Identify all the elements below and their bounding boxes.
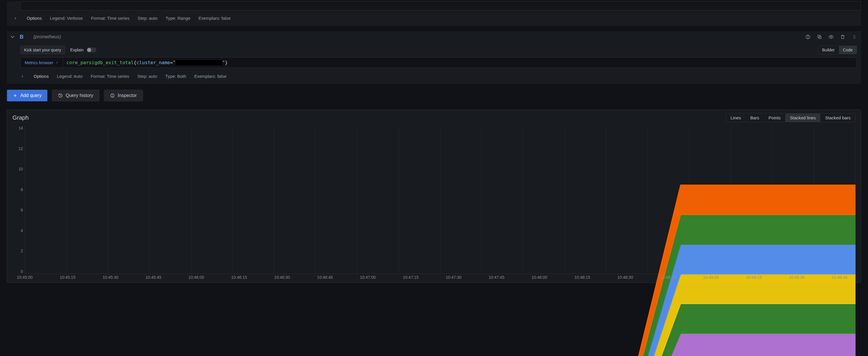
step-summary: Step: auto (137, 74, 157, 79)
code-tab[interactable]: Code (839, 46, 857, 54)
y-tick: 6 (10, 207, 23, 212)
x-tick: 10:48:00 (532, 275, 548, 283)
options-label[interactable]: Options (27, 16, 42, 21)
svg-point-1 (808, 38, 808, 38)
y-tick: 14 (10, 126, 23, 130)
viz-lines[interactable]: Lines (726, 114, 746, 122)
x-tick: 10:46:45 (317, 275, 333, 283)
x-tick: 10:48:15 (574, 275, 590, 283)
token-label: cluster_name (136, 60, 170, 65)
metrics-browser-label: Metrics browser (25, 60, 54, 65)
query-b-header: B (prometheus) (7, 31, 861, 43)
query-b-options-row: Options Legend: Auto Format: Time series… (20, 70, 857, 84)
query-history-label: Query history (66, 93, 93, 98)
inspector-label: Inspector (118, 93, 137, 98)
x-tick: 10:49:15 (746, 275, 762, 283)
x-tick: 10:49:45 (832, 275, 848, 283)
add-query-label: Add query (20, 93, 41, 98)
x-tick: 10:45:15 (60, 275, 75, 283)
format-summary: Format: Time series (91, 74, 129, 79)
query-a-code-input[interactable] (20, 1, 861, 10)
x-tick: 10:45:00 (17, 275, 33, 283)
metrics-browser-button[interactable]: Metrics browser (21, 58, 63, 68)
y-tick: 4 (10, 228, 23, 233)
code-editor-row: Metrics browser core_parsigdb_exit_total… (20, 57, 857, 68)
add-query-button[interactable]: Add query (7, 90, 48, 101)
redacted-value (176, 60, 222, 65)
svg-point-5 (854, 35, 854, 36)
x-tick: 10:45:30 (102, 275, 119, 283)
plot-area[interactable]: 14121086420 10:45:0010:45:1510:45:3010:4… (25, 126, 856, 283)
viz-points[interactable]: Points (764, 114, 785, 122)
x-tick: 10:48:30 (617, 275, 633, 283)
x-tick: 10:46:30 (274, 275, 290, 283)
builder-code-group: Builder Code (818, 45, 857, 54)
options-label[interactable]: Options (34, 74, 49, 79)
x-tick: 10:46:15 (231, 275, 247, 283)
y-tick: 10 (10, 167, 23, 171)
explain-toggle[interactable] (87, 47, 96, 53)
x-tick: 10:49:00 (703, 275, 719, 283)
exemplars-summary: Exemplars: false (198, 16, 231, 21)
svg-point-10 (855, 38, 855, 38)
x-tick: 10:48:45 (660, 275, 676, 283)
y-tick: 8 (10, 187, 23, 192)
exemplars-summary: Exemplars: false (194, 74, 226, 79)
eye-icon[interactable] (827, 33, 835, 41)
help-icon[interactable] (804, 33, 812, 41)
format-summary: Format: Time series (91, 16, 130, 21)
builder-tab[interactable]: Builder (818, 46, 839, 54)
svg-point-7 (854, 37, 854, 37)
x-axis: 10:45:0010:45:1510:45:3010:45:4510:46:00… (25, 275, 856, 283)
query-letter[interactable]: B (20, 34, 24, 40)
query-history-button[interactable]: Query history (52, 90, 99, 101)
viz-stacked-bars[interactable]: Stacked bars (820, 114, 855, 122)
y-tick: 12 (10, 147, 23, 151)
x-tick: 10:49:30 (789, 275, 805, 283)
actions-row: Add query Query history Inspector (7, 90, 861, 101)
plot-svg (25, 126, 856, 356)
svg-point-15 (113, 96, 113, 96)
kick-start-button[interactable]: Kick start your query (20, 45, 65, 54)
series-area (25, 333, 856, 356)
chevron-right-icon[interactable] (13, 16, 18, 20)
svg-point-8 (855, 37, 855, 37)
query-b-panel: B (prometheus) Kick start your query Exp… (7, 31, 861, 84)
step-summary: Step: auto (138, 16, 157, 21)
y-tick: 2 (10, 249, 23, 253)
y-axis: 14121086420 (10, 126, 23, 274)
viz-bars[interactable]: Bars (746, 114, 764, 122)
x-tick: 10:47:00 (360, 275, 376, 283)
legend-summary: Legend: Verbose (50, 16, 83, 21)
chevron-right-icon[interactable] (20, 74, 24, 78)
inspector-button[interactable]: Inspector (104, 90, 143, 101)
graph-panel: Graph Lines Bars Points Stacked lines St… (7, 109, 861, 283)
trash-icon[interactable] (838, 33, 847, 41)
x-tick: 10:45:45 (146, 275, 161, 283)
query-a-panel: Options Legend: Verbose Format: Time ser… (7, 1, 861, 26)
promql-input[interactable]: core_parsigdb_exit_total{cluster_name=""… (63, 58, 857, 68)
datasource-name: (prometheus) (33, 34, 61, 39)
svg-point-6 (855, 35, 855, 36)
viz-switch: Lines Bars Points Stacked lines Stacked … (726, 113, 856, 122)
x-tick: 10:47:30 (445, 275, 462, 283)
chevron-down-icon[interactable] (9, 34, 16, 40)
token-metric: core_parsigdb_exit_total (66, 60, 134, 65)
explain-label: Explain (70, 47, 84, 52)
x-tick: 10:47:45 (489, 275, 504, 283)
query-b-body: Kick start your query Explain Builder Co… (7, 43, 861, 84)
legend-summary: Legend: Auto (57, 74, 83, 79)
drag-handle-icon[interactable] (850, 33, 859, 41)
x-tick: 10:47:15 (403, 275, 419, 283)
x-tick: 10:46:00 (188, 275, 204, 283)
svg-point-9 (854, 38, 854, 38)
type-summary: Type: Both (165, 74, 186, 79)
graph-title: Graph (12, 115, 29, 121)
copy-icon[interactable] (815, 33, 824, 41)
viz-stacked-lines[interactable]: Stacked lines (785, 114, 820, 122)
svg-point-4 (831, 36, 832, 38)
type-summary: Type: Range (165, 16, 190, 21)
query-a-options-row: Options Legend: Verbose Format: Time ser… (7, 11, 861, 26)
y-tick: 0 (10, 269, 23, 274)
